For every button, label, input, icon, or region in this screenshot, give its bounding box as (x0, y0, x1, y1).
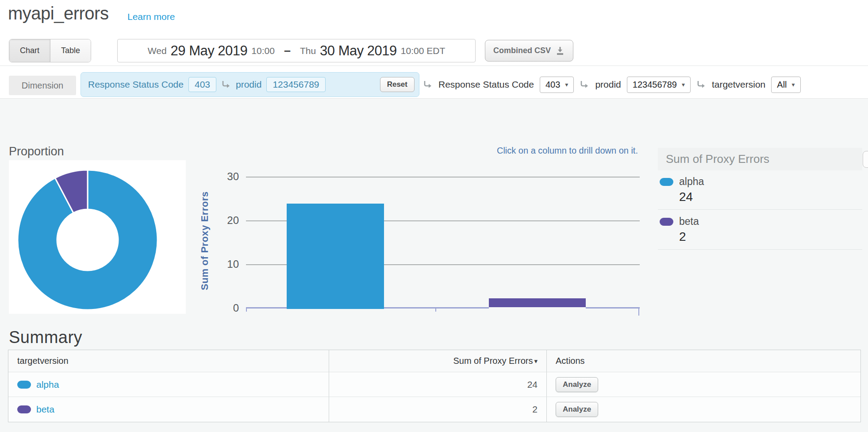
dimension-filters: Response Status Code403▾prodid123456789▾… (423, 72, 801, 97)
column-header-actions: Actions (546, 350, 860, 372)
summary-table: targetversionSum of Proxy Errors▾Actions… (8, 350, 861, 422)
drilldown-arrow-icon (221, 80, 231, 89)
row-swatch-beta (17, 405, 31, 413)
start-time: 10:00 (251, 46, 275, 56)
row-value: 24 (527, 379, 538, 390)
y-tick-label: 20 (201, 214, 239, 227)
filter-selected-value: All (777, 80, 787, 90)
legend-item-beta[interactable]: beta2 (658, 210, 862, 250)
legend-value: 24 (679, 190, 862, 204)
x-axis-baseline (586, 307, 640, 309)
chevron-down-icon: ▾ (792, 81, 795, 88)
row-value-cell: 2 (329, 397, 546, 422)
filter-selected-value: 123456789 (633, 80, 677, 90)
end-time: 10:00 EDT (401, 46, 445, 56)
y-tick-label: 30 (201, 170, 239, 183)
legend: alpha24beta2 (658, 170, 862, 250)
breadcrumb-dimension-value[interactable]: 403 (188, 77, 216, 92)
analytics-dashboard: myapi_errors Learn more Chart Table Wed … (0, 0, 868, 432)
filter-select-response-status-code[interactable]: 403▾ (540, 77, 574, 93)
start-date: 29 May 2019 (171, 43, 248, 59)
x-axis-tick (638, 307, 639, 316)
chevron-down-icon: ▾ (682, 81, 685, 88)
row-link-alpha[interactable]: alpha (36, 379, 59, 390)
filter-select-targetversion[interactable]: All▾ (771, 77, 800, 93)
date-range-separator: – (284, 44, 291, 58)
chart-view-button[interactable]: Chart (9, 39, 50, 62)
drilldown-arrow-icon (580, 80, 589, 89)
analyze-button-alpha[interactable]: Analyze (556, 377, 598, 392)
filter-name-targetversion: targetversion (712, 79, 765, 90)
dimension-label: Dimension (9, 76, 76, 95)
row-actions-cell: Analyze (546, 397, 860, 422)
gridline-30 (246, 177, 640, 177)
row-value-cell: 24 (329, 372, 546, 397)
column-header-targetversion: targetversion (8, 350, 329, 372)
report-panel: Proportion Sum of Proxy Errors 0102030 C… (0, 99, 868, 432)
chart-table-toggle: Chart Table (9, 39, 91, 62)
breadcrumb-dimension-name: Response Status Code (88, 79, 184, 90)
table-row-label-cell: beta (8, 397, 329, 422)
proportion-donut-chart (9, 160, 186, 314)
legend-collapse-button[interactable] (863, 151, 868, 168)
combined-csv-button[interactable]: Combined CSV (485, 40, 573, 62)
table-view-button[interactable]: Table (50, 39, 91, 62)
page-title: myapi_errors (8, 4, 108, 23)
y-tick-label: 0 (201, 302, 239, 314)
end-day: Thu (300, 46, 316, 56)
drilldown-arrow-icon (423, 80, 433, 89)
table-row-label-cell: alpha (8, 372, 329, 397)
proportion-title: Proportion (9, 145, 64, 158)
bar-beta[interactable] (489, 298, 586, 307)
breadcrumb-dimension-name: prodid (236, 79, 261, 90)
drilldown-arrow-icon (696, 80, 706, 89)
y-axis-label: Sum of Proxy Errors (199, 174, 211, 307)
dimension-breadcrumb: Response Status Code403prodid123456789Re… (81, 72, 419, 97)
proportion-donut-card (9, 160, 186, 314)
reset-button[interactable]: Reset (380, 77, 415, 92)
legend-item-alpha[interactable]: alpha24 (658, 170, 862, 210)
filter-name-response-status-code: Response Status Code (438, 79, 534, 90)
row-actions-cell: Analyze (546, 372, 860, 397)
x-axis-baseline (246, 307, 287, 309)
chevron-down-icon: ▾ (565, 81, 568, 88)
x-axis-tick (435, 307, 436, 312)
column-header-sum-of-proxy-errors[interactable]: Sum of Proxy Errors▾ (329, 350, 546, 372)
legend-label: beta (679, 216, 699, 228)
breadcrumb-dimension-value[interactable]: 123456789 (266, 77, 325, 92)
sort-column-label: Sum of Proxy Errors (453, 356, 533, 366)
start-day: Wed (148, 46, 167, 56)
legend-title: Sum of Proxy Errors (658, 148, 862, 170)
row-value: 2 (532, 404, 538, 415)
drilldown-hint: Click on a column to drill down on it. (442, 146, 638, 156)
date-range-picker[interactable]: Wed 29 May 2019 10:00 – Thu 30 May 2019 … (117, 39, 476, 62)
row-link-beta[interactable]: beta (36, 404, 54, 415)
end-date: 30 May 2019 (320, 43, 397, 59)
sort-desc-icon: ▾ (534, 357, 538, 365)
legend-value: 2 (679, 230, 862, 244)
toolbar-divider (0, 66, 868, 66)
y-tick-label: 10 (201, 258, 239, 270)
bar-alpha[interactable] (287, 204, 384, 309)
legend-swatch-beta (660, 218, 673, 226)
learn-more-link[interactable]: Learn more (127, 12, 175, 22)
filter-name-prodid: prodid (595, 79, 621, 90)
analyze-button-beta[interactable]: Analyze (556, 402, 598, 417)
row-swatch-alpha (17, 381, 31, 389)
x-axis-tick (246, 307, 247, 312)
summary-title: Summary (9, 328, 82, 347)
legend-swatch-alpha (660, 178, 673, 186)
legend-label: alpha (679, 176, 704, 188)
download-icon (555, 46, 565, 56)
filter-selected-value: 403 (545, 80, 560, 90)
x-axis-baseline (384, 307, 489, 309)
filter-select-prodid[interactable]: 123456789▾ (627, 77, 691, 93)
combined-csv-label: Combined CSV (493, 46, 551, 55)
